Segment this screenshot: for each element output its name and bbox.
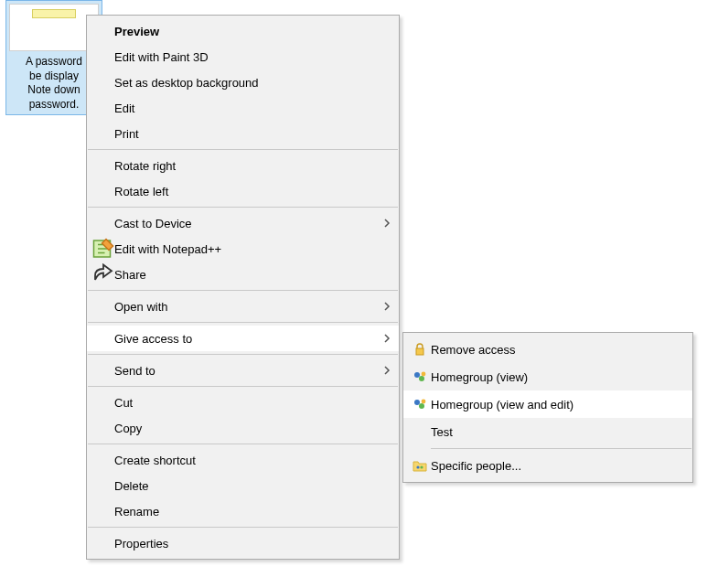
menu-item-copy[interactable]: Copy (87, 415, 399, 441)
menu-item-rotate-right[interactable]: Rotate right (87, 153, 399, 178)
menu-label: Cut (114, 396, 391, 410)
menu-label: Delete (114, 479, 391, 493)
menu-label: Rotate left (114, 185, 391, 198)
menu-item-cast-to-device[interactable]: Cast to Device (87, 210, 399, 236)
chevron-right-icon (377, 366, 391, 375)
menu-separator (88, 149, 398, 150)
menu-item-give-access-to[interactable]: Give access to (87, 326, 399, 351)
menu-separator (88, 354, 398, 355)
homegroup-icon (409, 397, 431, 412)
submenu-label: Homegroup (view) (431, 370, 685, 384)
menu-separator (88, 386, 398, 387)
menu-item-preview[interactable]: Preview (87, 18, 399, 44)
menu-item-edit-notepadpp[interactable]: Edit with Notepad++ (87, 236, 399, 262)
chevron-right-icon (377, 219, 391, 228)
menu-item-send-to[interactable]: Send to (87, 358, 399, 383)
submenu-label: Homegroup (view and edit) (431, 398, 685, 412)
context-submenu-give-access: Remove access Homegroup (view) Homegroup… (402, 332, 693, 483)
svg-point-9 (420, 465, 423, 468)
menu-label: Share (114, 268, 391, 282)
svg-point-8 (416, 465, 419, 468)
menu-item-edit[interactable]: Edit (87, 95, 399, 121)
submenu-label: Test (431, 425, 685, 439)
menu-item-rename[interactable]: Rename (87, 498, 399, 524)
submenu-item-test[interactable]: Test (403, 418, 692, 445)
menu-separator (88, 527, 398, 528)
submenu-label: Remove access (431, 343, 685, 357)
submenu-separator (431, 448, 691, 449)
svg-point-2 (414, 372, 420, 378)
submenu-item-remove-access[interactable]: Remove access (403, 336, 692, 363)
menu-label: Rotate right (114, 159, 391, 173)
submenu-item-homegroup-view-edit[interactable]: Homegroup (view and edit) (403, 390, 692, 418)
chevron-right-icon (377, 302, 391, 311)
menu-label: Print (114, 127, 391, 141)
svg-point-4 (422, 372, 426, 377)
menu-item-properties[interactable]: Properties (87, 530, 399, 556)
lock-icon (409, 342, 431, 357)
submenu-item-specific-people[interactable]: Specific people... (403, 452, 692, 479)
submenu-item-homegroup-view[interactable]: Homegroup (view) (403, 363, 692, 390)
menu-item-print[interactable]: Print (87, 121, 399, 146)
menu-label: Open with (114, 300, 377, 314)
notepadpp-icon (92, 238, 114, 260)
svg-point-7 (422, 400, 426, 404)
menu-item-open-with[interactable]: Open with (87, 294, 399, 319)
share-icon (92, 263, 114, 285)
menu-item-rotate-left[interactable]: Rotate left (87, 178, 399, 204)
svg-rect-1 (416, 348, 423, 355)
menu-label: Rename (114, 505, 391, 519)
menu-label: Send to (114, 364, 377, 378)
menu-item-create-shortcut[interactable]: Create shortcut (87, 447, 399, 473)
menu-separator (88, 207, 398, 208)
chevron-right-icon (377, 334, 391, 343)
homegroup-icon (409, 369, 431, 384)
people-folder-icon (409, 458, 431, 473)
menu-label: Edit (114, 102, 391, 115)
menu-label: Preview (114, 25, 391, 38)
menu-item-paint3d[interactable]: Edit with Paint 3D (87, 44, 399, 69)
menu-separator (88, 444, 398, 444)
menu-label: Set as desktop background (114, 76, 391, 90)
menu-label: Copy (114, 422, 391, 435)
submenu-label: Specific people... (431, 459, 685, 473)
menu-item-set-desktop-background[interactable]: Set as desktop background (87, 69, 399, 95)
menu-separator (88, 290, 398, 291)
menu-label: Properties (114, 537, 391, 551)
menu-label: Edit with Notepad++ (114, 242, 391, 256)
menu-item-cut[interactable]: Cut (87, 390, 399, 415)
menu-label: Edit with Paint 3D (114, 50, 391, 64)
menu-label: Give access to (114, 332, 377, 346)
svg-point-5 (414, 400, 420, 405)
svg-point-3 (419, 376, 424, 381)
menu-separator (88, 322, 398, 323)
menu-label: Cast to Device (114, 217, 377, 230)
menu-item-share[interactable]: Share (87, 262, 399, 287)
context-menu: Preview Edit with Paint 3D Set as deskto… (86, 15, 400, 560)
svg-point-6 (419, 403, 424, 409)
menu-item-delete[interactable]: Delete (87, 473, 399, 498)
thumbnail-content (32, 9, 76, 18)
menu-label: Create shortcut (114, 454, 391, 467)
